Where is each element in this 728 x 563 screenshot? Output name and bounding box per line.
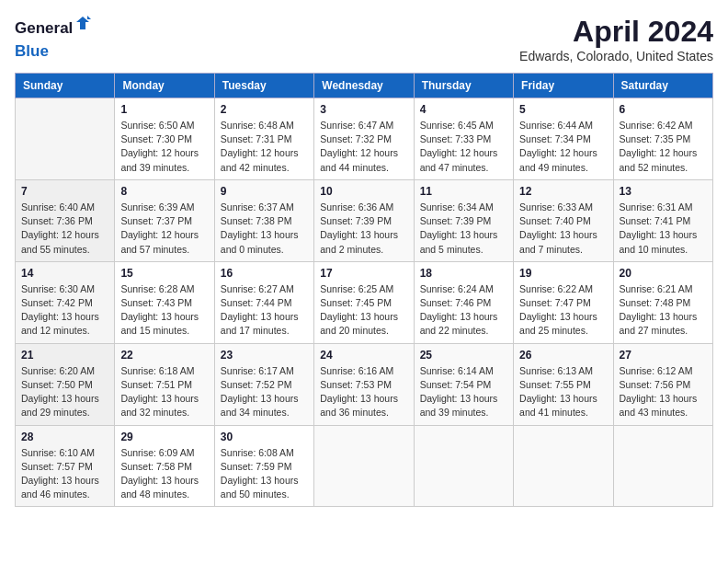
calendar-cell <box>414 425 513 507</box>
day-number: 20 <box>620 267 707 280</box>
calendar-cell: 30Sunrise: 6:08 AM Sunset: 7:59 PM Dayli… <box>214 425 313 507</box>
day-number: 15 <box>120 267 208 280</box>
day-info: Sunrise: 6:10 AM Sunset: 7:57 PM Dayligh… <box>21 446 108 502</box>
day-number: 14 <box>21 267 108 280</box>
calendar-cell: 24Sunrise: 6:16 AM Sunset: 7:53 PM Dayli… <box>314 343 414 425</box>
day-number: 8 <box>120 185 208 198</box>
day-info: Sunrise: 6:12 AM Sunset: 7:56 PM Dayligh… <box>620 364 707 420</box>
day-number: 18 <box>420 267 507 280</box>
weekday-header-thursday: Thursday <box>414 74 513 98</box>
title-area: April 2024 Edwards, Colorado, United Sta… <box>519 15 713 63</box>
calendar-cell <box>16 98 115 180</box>
day-info: Sunrise: 6:37 AM Sunset: 7:38 PM Dayligh… <box>221 201 308 257</box>
calendar-cell: 19Sunrise: 6:22 AM Sunset: 7:47 PM Dayli… <box>514 261 613 343</box>
day-info: Sunrise: 6:21 AM Sunset: 7:48 PM Dayligh… <box>620 282 707 339</box>
week-row-3: 14Sunrise: 6:30 AM Sunset: 7:42 PM Dayli… <box>16 261 713 343</box>
day-number: 10 <box>320 185 407 198</box>
day-info: Sunrise: 6:22 AM Sunset: 7:47 PM Dayligh… <box>519 282 607 339</box>
calendar-cell: 8Sunrise: 6:39 AM Sunset: 7:37 PM Daylig… <box>115 179 214 261</box>
week-row-2: 7Sunrise: 6:40 AM Sunset: 7:36 PM Daylig… <box>16 179 713 261</box>
calendar-cell: 22Sunrise: 6:18 AM Sunset: 7:51 PM Dayli… <box>115 343 214 425</box>
day-number: 30 <box>221 431 308 443</box>
calendar-cell: 5Sunrise: 6:44 AM Sunset: 7:34 PM Daylig… <box>514 98 613 180</box>
day-info: Sunrise: 6:27 AM Sunset: 7:44 PM Dayligh… <box>221 282 308 339</box>
day-number: 27 <box>620 349 707 362</box>
calendar-cell: 16Sunrise: 6:27 AM Sunset: 7:44 PM Dayli… <box>214 261 313 343</box>
day-info: Sunrise: 6:13 AM Sunset: 7:55 PM Dayligh… <box>519 364 607 420</box>
day-number: 11 <box>420 185 507 198</box>
calendar-cell: 27Sunrise: 6:12 AM Sunset: 7:56 PM Dayli… <box>613 343 712 425</box>
day-info: Sunrise: 6:48 AM Sunset: 7:31 PM Dayligh… <box>221 119 308 175</box>
calendar-cell: 13Sunrise: 6:31 AM Sunset: 7:41 PM Dayli… <box>613 179 712 261</box>
calendar-cell: 29Sunrise: 6:09 AM Sunset: 7:58 PM Dayli… <box>115 425 214 507</box>
day-number: 13 <box>620 185 707 198</box>
logo-general: General <box>15 19 73 38</box>
calendar-cell: 4Sunrise: 6:45 AM Sunset: 7:33 PM Daylig… <box>414 98 513 180</box>
calendar-cell: 1Sunrise: 6:50 AM Sunset: 7:30 PM Daylig… <box>115 98 214 180</box>
calendar-cell: 10Sunrise: 6:36 AM Sunset: 7:39 PM Dayli… <box>314 179 414 261</box>
weekday-header-wednesday: Wednesday <box>314 74 414 98</box>
day-info: Sunrise: 6:08 AM Sunset: 7:59 PM Dayligh… <box>221 446 308 502</box>
logo: General Blue <box>15 15 91 61</box>
day-info: Sunrise: 6:34 AM Sunset: 7:39 PM Dayligh… <box>420 201 507 257</box>
day-info: Sunrise: 6:18 AM Sunset: 7:51 PM Dayligh… <box>120 364 208 420</box>
day-number: 9 <box>221 185 308 198</box>
day-info: Sunrise: 6:47 AM Sunset: 7:32 PM Dayligh… <box>320 119 407 175</box>
day-number: 12 <box>519 185 607 198</box>
header: General Blue April 2024 Edwards, Colorad… <box>15 15 713 63</box>
calendar-cell: 18Sunrise: 6:24 AM Sunset: 7:46 PM Dayli… <box>414 261 513 343</box>
day-info: Sunrise: 6:24 AM Sunset: 7:46 PM Dayligh… <box>420 282 507 339</box>
logo-bird-icon <box>74 15 91 35</box>
weekday-header-friday: Friday <box>514 74 613 98</box>
day-info: Sunrise: 6:36 AM Sunset: 7:39 PM Dayligh… <box>320 201 407 257</box>
calendar-cell: 28Sunrise: 6:10 AM Sunset: 7:57 PM Dayli… <box>16 425 115 507</box>
day-number: 28 <box>21 431 108 443</box>
day-info: Sunrise: 6:39 AM Sunset: 7:37 PM Dayligh… <box>120 201 208 257</box>
calendar-cell <box>613 425 712 507</box>
day-number: 22 <box>120 349 208 362</box>
day-number: 24 <box>320 349 407 362</box>
day-number: 5 <box>519 103 607 116</box>
day-info: Sunrise: 6:44 AM Sunset: 7:34 PM Dayligh… <box>519 119 607 175</box>
day-info: Sunrise: 6:14 AM Sunset: 7:54 PM Dayligh… <box>420 364 507 420</box>
day-number: 3 <box>320 103 407 116</box>
day-number: 23 <box>221 349 308 362</box>
calendar-cell: 25Sunrise: 6:14 AM Sunset: 7:54 PM Dayli… <box>414 343 513 425</box>
calendar-cell: 9Sunrise: 6:37 AM Sunset: 7:38 PM Daylig… <box>214 179 313 261</box>
day-number: 6 <box>620 103 707 116</box>
main-title: April 2024 <box>519 15 713 49</box>
calendar-cell: 26Sunrise: 6:13 AM Sunset: 7:55 PM Dayli… <box>514 343 613 425</box>
calendar-cell: 20Sunrise: 6:21 AM Sunset: 7:48 PM Dayli… <box>613 261 712 343</box>
calendar-cell: 6Sunrise: 6:42 AM Sunset: 7:35 PM Daylig… <box>613 98 712 180</box>
day-info: Sunrise: 6:16 AM Sunset: 7:53 PM Dayligh… <box>320 364 407 420</box>
calendar-cell: 12Sunrise: 6:33 AM Sunset: 7:40 PM Dayli… <box>514 179 613 261</box>
day-info: Sunrise: 6:09 AM Sunset: 7:58 PM Dayligh… <box>120 446 208 502</box>
day-number: 17 <box>320 267 407 280</box>
day-info: Sunrise: 6:42 AM Sunset: 7:35 PM Dayligh… <box>620 119 707 175</box>
subtitle: Edwards, Colorado, United States <box>519 49 713 63</box>
calendar-cell <box>314 425 414 507</box>
svg-marker-1 <box>87 16 91 19</box>
calendar-cell: 17Sunrise: 6:25 AM Sunset: 7:45 PM Dayli… <box>314 261 414 343</box>
calendar-cell: 11Sunrise: 6:34 AM Sunset: 7:39 PM Dayli… <box>414 179 513 261</box>
day-number: 19 <box>519 267 607 280</box>
day-info: Sunrise: 6:28 AM Sunset: 7:43 PM Dayligh… <box>120 282 208 339</box>
day-info: Sunrise: 6:25 AM Sunset: 7:45 PM Dayligh… <box>320 282 407 339</box>
week-row-1: 1Sunrise: 6:50 AM Sunset: 7:30 PM Daylig… <box>16 98 713 180</box>
day-info: Sunrise: 6:20 AM Sunset: 7:50 PM Dayligh… <box>21 364 108 420</box>
week-row-4: 21Sunrise: 6:20 AM Sunset: 7:50 PM Dayli… <box>16 343 713 425</box>
calendar-cell: 23Sunrise: 6:17 AM Sunset: 7:52 PM Dayli… <box>214 343 313 425</box>
day-number: 1 <box>120 103 208 116</box>
weekday-header-tuesday: Tuesday <box>214 74 313 98</box>
day-info: Sunrise: 6:50 AM Sunset: 7:30 PM Dayligh… <box>120 119 208 175</box>
weekday-header-row: SundayMondayTuesdayWednesdayThursdayFrid… <box>16 74 713 98</box>
day-number: 2 <box>221 103 308 116</box>
calendar-cell: 2Sunrise: 6:48 AM Sunset: 7:31 PM Daylig… <box>214 98 313 180</box>
day-number: 26 <box>519 349 607 362</box>
weekday-header-monday: Monday <box>115 74 214 98</box>
calendar-cell: 21Sunrise: 6:20 AM Sunset: 7:50 PM Dayli… <box>16 343 115 425</box>
calendar-cell: 3Sunrise: 6:47 AM Sunset: 7:32 PM Daylig… <box>314 98 414 180</box>
day-number: 7 <box>21 185 108 198</box>
day-number: 25 <box>420 349 507 362</box>
day-info: Sunrise: 6:31 AM Sunset: 7:41 PM Dayligh… <box>620 201 707 257</box>
